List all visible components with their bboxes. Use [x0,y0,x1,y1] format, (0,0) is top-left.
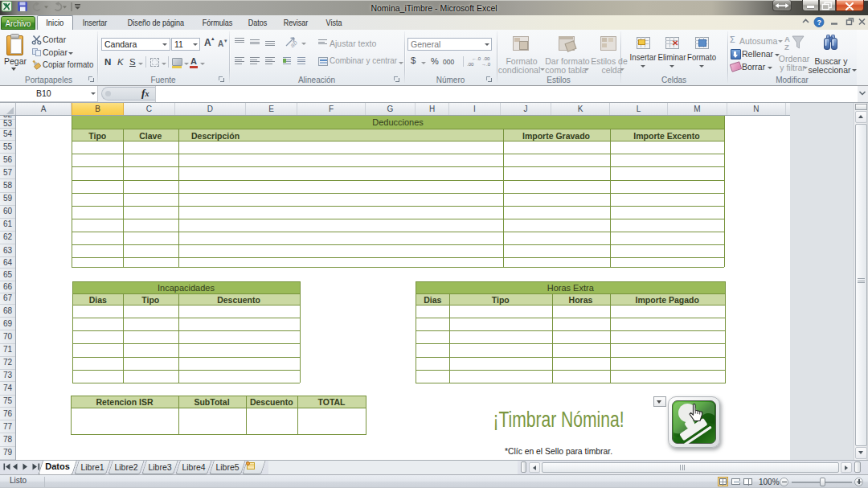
svg-text:←.0: ←.0 [472,56,481,61]
svg-text:?: ? [817,18,821,27]
svg-text:ab: ab [289,39,299,47]
svg-text:.00: .00 [483,56,490,61]
svg-text:→.0: →.0 [481,62,491,67]
svg-text:.00: .00 [467,62,474,67]
svg-text:Z: Z [784,43,789,51]
